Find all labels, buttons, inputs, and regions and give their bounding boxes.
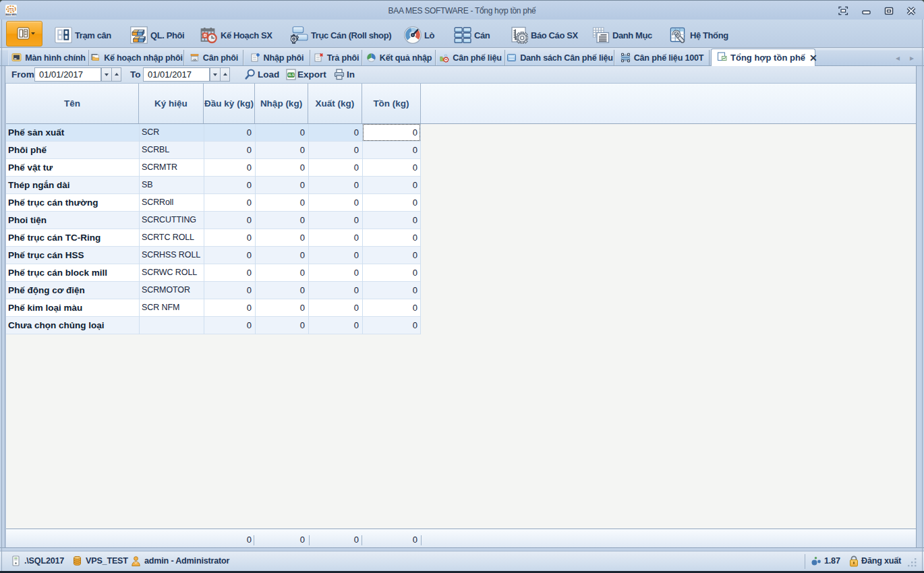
- svg-text:BAA MES: BAA MES: [5, 13, 17, 16]
- svg-text:ITS: ITS: [8, 7, 14, 11]
- svg-text:XLS: XLS: [288, 73, 294, 77]
